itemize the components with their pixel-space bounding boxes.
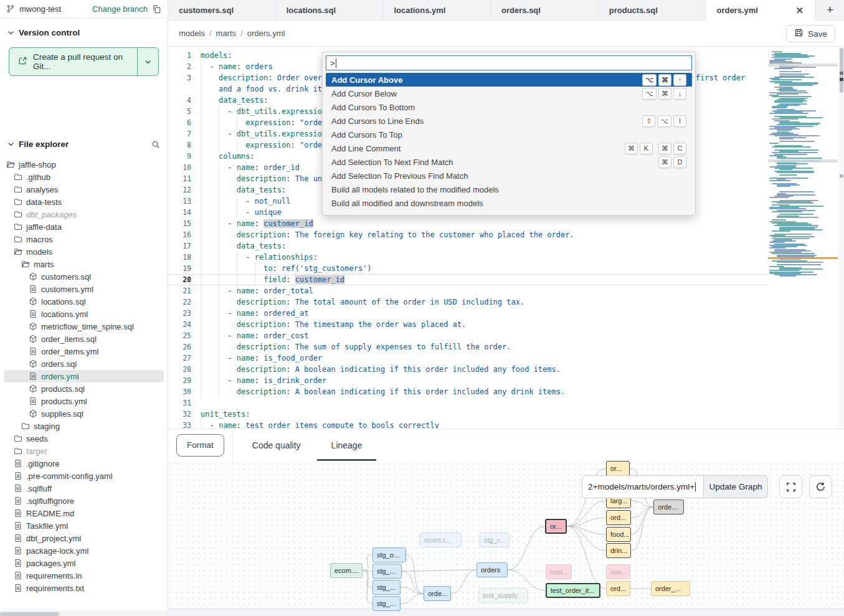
lineage-node-drin[interactable]: drin...: [606, 543, 631, 558]
code-line-22[interactable]: 22 description: The total amount of the …: [168, 296, 768, 308]
code-line-15[interactable]: 15 - name: customer_id: [168, 218, 768, 229]
save-button[interactable]: Save: [786, 25, 835, 42]
lineage-horizontal-scrollbar[interactable]: [168, 608, 844, 616]
palette-item-add-cursors-to-bottom[interactable]: Add Cursors To Bottom: [326, 100, 692, 114]
code-line-19[interactable]: 19 to: ref('stg_customers'): [168, 263, 768, 274]
breadcrumb-marts[interactable]: marts: [216, 29, 237, 38]
code-line-18[interactable]: 18 - relationships:: [168, 252, 768, 263]
file-tree-item-supplies.sql[interactable]: supplies.sql: [4, 407, 164, 420]
palette-item-add-cursor-below[interactable]: Add Cursor Below⌥⌘↓: [326, 87, 692, 100]
file-tree-item-data-tests[interactable]: data-tests: [4, 196, 164, 208]
lineage-node-test_supply[interactable]: test_supply...: [478, 588, 528, 603]
chevron-down-icon[interactable]: [7, 141, 14, 148]
lineage-node-ord[interactable]: ord...: [606, 581, 630, 596]
lineage-node-stg_o[interactable]: stg_o...: [372, 547, 406, 562]
tab-customers.sql[interactable]: customers.sql: [168, 0, 276, 20]
file-tree-item-customers.yml[interactable]: customers.yml: [4, 283, 164, 295]
palette-item-add-cursors-to-top[interactable]: Add Cursors To Top: [326, 128, 692, 141]
command-palette-input[interactable]: >: [326, 55, 692, 70]
bottom-tab-lineage[interactable]: Lineage: [331, 429, 363, 461]
close-icon[interactable]: ✕: [795, 4, 805, 16]
chevron-down-icon[interactable]: [7, 29, 14, 36]
lineage-canvas[interactable]: ecom....ecom.r...stg_c...stg_o...stg_...…: [168, 461, 844, 616]
breadcrumb-models[interactable]: models: [179, 29, 205, 38]
file-tree-item-.github[interactable]: .github: [4, 171, 164, 183]
tab-locations.yml[interactable]: locations.yml: [383, 0, 491, 20]
code-line-25[interactable]: 25 - name: order_cost: [168, 330, 768, 341]
code-line-30[interactable]: 30 description: A boolean indicating if …: [168, 386, 768, 397]
update-graph-button[interactable]: Update Graph: [704, 475, 768, 498]
file-tree-item-.sqlfluffignore[interactable]: .sqlfluffignore: [4, 495, 164, 507]
code-line-26[interactable]: 26 description: The sum of supply expens…: [168, 341, 768, 353]
lineage-node-stg_[interactable]: stg_...: [372, 596, 401, 611]
code-line-27[interactable]: 27 - name: is_food_order: [168, 353, 768, 364]
file-tree-item-metricflow-time-spine.sql[interactable]: metricflow_time_spine.sql: [4, 320, 164, 333]
tab-orders.sql[interactable]: orders.sql: [491, 0, 599, 20]
palette-item-add-cursors-to-line-ends[interactable]: Add Cursors to Line Ends⇧⌥I: [326, 114, 692, 128]
editor-scrollbar[interactable]: [839, 47, 844, 429]
lineage-node-ecomr[interactable]: ecom.r...: [420, 533, 462, 547]
tab-products.sql[interactable]: products.sql: [599, 0, 706, 20]
code-line-16[interactable]: 16 description: The foreign key relating…: [168, 229, 768, 240]
code-line-23[interactable]: 23 - name: ordered_at: [168, 308, 768, 319]
file-tree-item-requirements.txt[interactable]: requirements.txt: [4, 582, 164, 594]
format-button[interactable]: Format: [176, 434, 224, 457]
search-icon[interactable]: [151, 140, 160, 149]
file-tree-item-target[interactable]: target: [4, 445, 164, 457]
lineage-node-or[interactable]: or...: [606, 461, 630, 476]
breadcrumb-orders.yml[interactable]: orders.yml: [247, 29, 285, 38]
bottom-tab-code-quality[interactable]: Code quality: [252, 429, 301, 461]
lineage-node-ecom[interactable]: ecom....: [330, 563, 363, 578]
lineage-node-orders[interactable]: orders: [477, 562, 508, 577]
file-tree-item-packages.yml[interactable]: packages.yml: [4, 557, 164, 569]
file-tree-item-marts[interactable]: marts: [4, 258, 164, 270]
file-tree-item-products.yml[interactable]: products.yml: [4, 395, 164, 407]
lineage-node-cus[interactable]: cus...: [606, 564, 630, 579]
file-tree-item-package-lock.yml[interactable]: package-lock.yml: [4, 544, 164, 557]
create-pr-dropdown[interactable]: [137, 48, 158, 75]
palette-item-build-all-modified-and-downstream-models[interactable]: Build all modified and downstream models: [326, 196, 692, 210]
lineage-node-test_order_it[interactable]: test_order_it...: [546, 583, 600, 598]
palette-item-add-line-comment[interactable]: Add Line Comment⌘K⌘C: [326, 141, 692, 155]
palette-item-add-selection-to-previous-find-match[interactable]: Add Selection To Previous Find Match: [326, 169, 692, 182]
tab-orders.yml-active[interactable]: orders.yml✕: [706, 0, 816, 21]
file-tree-item-locations.yml[interactable]: locations.yml: [4, 308, 164, 320]
lineage-selector-input[interactable]: 2+models/marts/orders.yml+: [582, 475, 704, 498]
file-tree-item-taskfile.yml[interactable]: Taskfile.yml: [4, 519, 164, 532]
file-tree-item-macros[interactable]: macros: [4, 233, 164, 245]
file-tree-item-analyses[interactable]: analyses: [4, 183, 164, 196]
file-tree-item-models[interactable]: models: [4, 245, 164, 258]
palette-item-add-selection-to-next-find-match[interactable]: Add Selection To Next Find Match⌘D: [326, 155, 692, 169]
file-tree-item-order-items.sql[interactable]: order_items.sql: [4, 333, 164, 345]
create-pr-main[interactable]: Create a pull request on Git...: [9, 48, 137, 75]
file-tree-item-jaffle-data[interactable]: jaffle-data: [4, 220, 164, 233]
sidebar-horizontal-scrollbar[interactable]: [0, 611, 168, 616]
code-line-31[interactable]: 31: [168, 397, 768, 409]
file-tree-item-locations.sql[interactable]: locations.sql: [4, 295, 164, 308]
lineage-node-orde[interactable]: orde...: [653, 500, 684, 514]
minimap[interactable]: [768, 50, 838, 279]
file-tree-item-staging[interactable]: staging: [4, 420, 164, 432]
new-tab-button[interactable]: +: [816, 0, 844, 20]
file-tree-item-.pre-commit-config.yaml[interactable]: .pre-commit-config.yaml: [4, 470, 164, 482]
file-tree-item-dbt-project.yml[interactable]: dbt_project.yml: [4, 532, 164, 544]
lineage-node-or[interactable]: or...: [545, 519, 567, 534]
palette-item-add-cursor-above[interactable]: Add Cursor Above⌥⌘↑: [326, 73, 692, 87]
lineage-node-stg_[interactable]: stg_...: [372, 580, 401, 595]
code-line-32[interactable]: 32unit_tests:: [168, 409, 768, 420]
lineage-node-ord[interactable]: ord...: [606, 510, 631, 525]
file-tree-item-requirements.in[interactable]: requirements.in: [4, 569, 164, 582]
code-line-17[interactable]: 17 data_tests:: [168, 240, 768, 252]
code-line-29[interactable]: 29 - name: is_drink_order: [168, 375, 768, 386]
file-tree-item-customers.sql[interactable]: customers.sql: [4, 270, 164, 283]
lineage-node-stg_c[interactable]: stg_c...: [480, 533, 510, 547]
file-tree-item-jaffle-shop[interactable]: jaffle-shop: [4, 158, 164, 171]
create-pr-button[interactable]: Create a pull request on Git...: [9, 47, 159, 76]
file-tree-item-.sqlfluff[interactable]: .sqlfluff: [4, 482, 164, 495]
code-line-33[interactable]: 33 - name: test_order_items_compute_to_b…: [168, 420, 768, 429]
code-line-24[interactable]: 24 description: The timestamp the order …: [168, 319, 768, 330]
palette-item-build-all-models-related-to-the-modified-models[interactable]: Build all models related to the modified…: [326, 182, 692, 196]
file-tree-item-dbt-packages[interactable]: dbt_packages: [4, 208, 164, 220]
copy-icon[interactable]: [152, 4, 161, 14]
tab-locations.sql[interactable]: locations.sql: [276, 0, 384, 20]
